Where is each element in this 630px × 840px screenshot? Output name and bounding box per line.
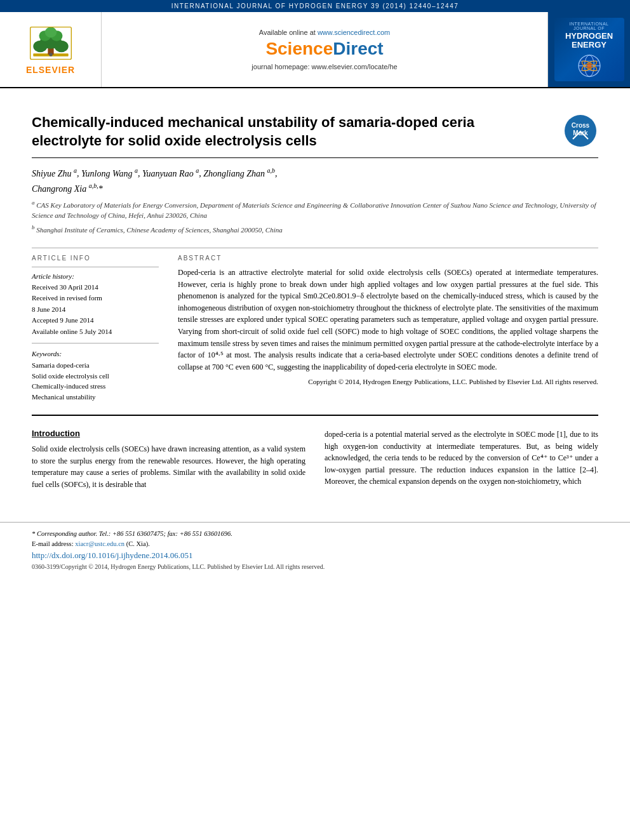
authors-line: Shiyue Zhu a, Yunlong Wang a, Yuanyuan R… xyxy=(32,166,598,196)
email-person: (C. Xia). xyxy=(126,540,150,547)
svg-text:Mark: Mark xyxy=(573,130,588,137)
authors-section: Shiyue Zhu a, Yunlong Wang a, Yuanyuan R… xyxy=(32,166,598,235)
journal-header-bar: International Journal of Hydrogen Energy… xyxy=(0,0,630,12)
svg-text:Cross: Cross xyxy=(572,122,590,129)
introduction-left-text: Solid oxide electrolysis cells (SOECs) h… xyxy=(32,443,305,490)
two-col-section: ARTICLE INFO Article history: Received 3… xyxy=(32,248,598,402)
svg-point-16 xyxy=(587,63,591,68)
top-banner: ELSEVIER Available online at www.science… xyxy=(0,12,630,88)
keywords-label: Keywords: xyxy=(32,350,159,357)
corresponding-author-note: * Corresponding author. Tel.: +86 551 63… xyxy=(32,530,232,537)
svg-point-3 xyxy=(33,41,47,52)
svg-point-7 xyxy=(44,27,56,38)
sciencedirect-brand: ScienceDirect xyxy=(265,39,383,59)
introduction-right: doped-ceria is a potential material serv… xyxy=(325,429,598,490)
journal-badge-area: International Journal of HYDROGENENERGY xyxy=(547,12,630,87)
introduction-right-text: doped-ceria is a potential material serv… xyxy=(325,429,598,488)
keyword-1: Samaria doped-ceria xyxy=(32,360,159,371)
brand-direct: Direct xyxy=(333,39,383,58)
journal-header-text: International Journal of Hydrogen Energy… xyxy=(171,3,459,10)
he-journal-main: HYDROGENENERGY xyxy=(565,32,613,50)
article-history-label: Article history: xyxy=(32,272,159,280)
footer-note: * Corresponding author. Tel.: +86 551 63… xyxy=(32,529,598,549)
affiliation-b: b Shanghai Institute of Ceramics, Chines… xyxy=(32,223,598,235)
article-info-heading: ARTICLE INFO xyxy=(32,255,159,262)
elsevier-logo: ELSEVIER xyxy=(25,24,76,75)
introduction-title: Introduction xyxy=(32,429,305,438)
article-info-divider xyxy=(32,267,159,267)
crossmark-badge[interactable]: Cross Mark xyxy=(563,114,598,149)
revised-label: Received in revised form xyxy=(32,293,159,303)
introduction-left: Introduction Solid oxide electrolysis ce… xyxy=(32,429,305,490)
elsevier-brand-text: ELSEVIER xyxy=(26,65,75,75)
accepted-date: Accepted 9 June 2014 xyxy=(32,316,159,325)
svg-point-4 xyxy=(54,41,68,52)
body-divider xyxy=(32,415,598,416)
sciencedirect-area: Available online at www.sciencedirect.co… xyxy=(102,12,547,87)
elsevier-tree-icon xyxy=(25,24,76,62)
revised-date: 8 June 2014 xyxy=(32,305,159,314)
article-content: Chemically-induced mechanical unstabilit… xyxy=(0,88,630,503)
received-date: Received 30 April 2014 xyxy=(32,283,159,292)
article-info-col: ARTICLE INFO Article history: Received 3… xyxy=(32,255,159,402)
hydrogen-energy-badge: International Journal of HYDROGENENERGY xyxy=(554,18,624,81)
abstract-text: Doped-ceria is an attractive electrolyte… xyxy=(178,267,598,387)
sciencedirect-url-link[interactable]: www.sciencedirect.com xyxy=(318,29,390,36)
available-date: Available online 5 July 2014 xyxy=(32,327,159,337)
abstract-col: ABSTRACT Doped-ceria is an attractive el… xyxy=(178,255,598,402)
page-footer: * Corresponding author. Tel.: +86 551 63… xyxy=(0,522,630,577)
abstract-paragraph: Doped-ceria is an attractive electrolyte… xyxy=(178,267,598,373)
email-link[interactable]: xiacr@ustc.edu.cn xyxy=(75,540,124,547)
keyword-4: Mechanical unstability xyxy=(32,392,159,403)
abstract-copyright: Copyright © 2014, Hydrogen Energy Public… xyxy=(178,377,598,387)
footer-copyright: 0360-3199/Copyright © 2014, Hydrogen Ene… xyxy=(32,563,598,570)
keyword-3: Chemically-induced stress xyxy=(32,381,159,392)
affiliation-a: a CAS Key Laboratory of Materials for En… xyxy=(32,199,598,221)
email-label: E-mail address: xyxy=(32,540,74,547)
he-globe-icon xyxy=(577,54,602,77)
elsevier-logo-area: ELSEVIER xyxy=(0,12,102,87)
introduction-section: Introduction Solid oxide electrolysis ce… xyxy=(32,429,598,490)
journal-homepage-text: journal homepage: www.elsevier.com/locat… xyxy=(251,63,397,70)
article-title-section: Chemically-induced mechanical unstabilit… xyxy=(32,101,598,158)
keywords-divider xyxy=(32,343,159,343)
article-title: Chemically-induced mechanical unstabilit… xyxy=(32,114,540,150)
svg-point-8 xyxy=(49,53,53,57)
abstract-heading: ABSTRACT xyxy=(178,255,598,262)
brand-science: Science xyxy=(265,39,333,58)
doi-link[interactable]: http://dx.doi.org/10.1016/j.ijhydene.201… xyxy=(32,550,193,560)
keyword-2: Solid oxide electrolysis cell xyxy=(32,371,159,382)
available-online-text: Available online at www.sciencedirect.co… xyxy=(259,29,390,36)
he-journal-title: International Journal of xyxy=(558,22,620,30)
